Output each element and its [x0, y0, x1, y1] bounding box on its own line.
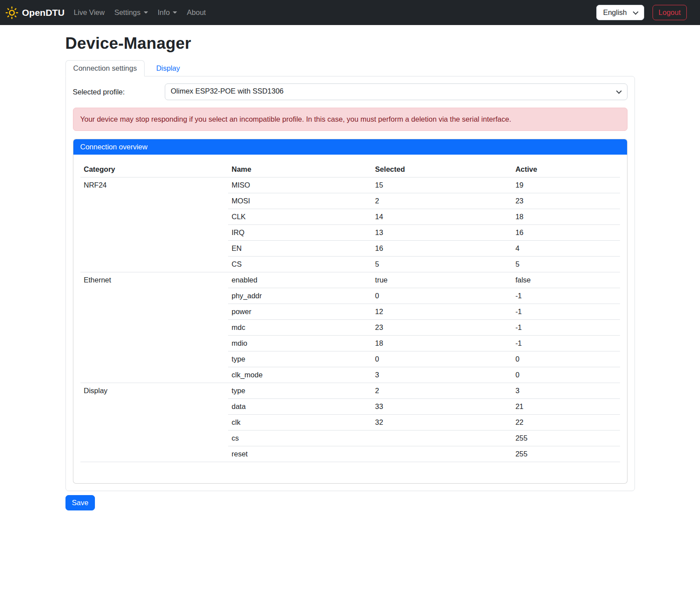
column-header-active: Active — [512, 162, 620, 177]
brand-link[interactable]: OpenDTU — [5, 6, 65, 19]
nav-live-view[interactable]: Live View — [70, 5, 108, 20]
nav-live-view-label: Live View — [74, 8, 105, 17]
active-cell: -1 — [512, 336, 620, 351]
language-selected-value: English — [603, 8, 627, 16]
profile-select[interactable]: Olimex ESP32-POE with SSD1306 — [165, 83, 627, 100]
name-cell: CLK — [228, 209, 372, 225]
sun-logo-icon — [5, 6, 18, 19]
save-button[interactable]: Save — [65, 495, 95, 510]
language-select[interactable]: English — [596, 5, 644, 20]
selected-cell: 0 — [372, 288, 512, 304]
name-cell: data — [228, 399, 372, 415]
nav-info-label: Info — [158, 8, 170, 17]
nav-info[interactable]: Info — [154, 5, 181, 20]
selected-cell: 18 — [372, 336, 512, 351]
active-cell: 255 — [512, 446, 620, 462]
category-cell: Display — [80, 383, 228, 462]
tab-connection-settings[interactable]: Connection settings — [65, 60, 145, 76]
column-header-name: Name — [228, 162, 372, 177]
name-cell: IRQ — [228, 225, 372, 241]
selected-cell: 2 — [372, 193, 512, 209]
selected-cell: 13 — [372, 225, 512, 241]
name-cell: enabled — [228, 272, 372, 288]
navbar: OpenDTU Live View Settings Info About En… — [0, 0, 700, 25]
nav-about[interactable]: About — [183, 5, 209, 20]
brand-title: OpenDTU — [22, 7, 65, 18]
page-container: Device-Manager Connection settings Displ… — [65, 34, 635, 510]
name-cell: EN — [228, 241, 372, 257]
name-cell: MISO — [228, 177, 372, 193]
active-cell: 23 — [512, 193, 620, 209]
selected-cell: 33 — [372, 399, 512, 415]
caret-down-icon — [173, 11, 177, 14]
name-cell: MOSI — [228, 193, 372, 209]
name-cell: phy_addr — [228, 288, 372, 304]
selected-cell: 0 — [372, 351, 512, 367]
nav-about-label: About — [187, 8, 206, 17]
connection-overview-card: Connection overview Category Name Select… — [73, 139, 627, 484]
active-cell: false — [512, 272, 620, 288]
category-cell: NRF24 — [80, 177, 228, 272]
name-cell: power — [228, 304, 372, 320]
active-cell: 5 — [512, 257, 620, 272]
active-cell: 21 — [512, 399, 620, 415]
incompatible-profile-alert: Your device may stop responding if you s… — [73, 108, 627, 131]
active-cell: 4 — [512, 241, 620, 257]
name-cell: clk_mode — [228, 367, 372, 383]
selected-cell: 5 — [372, 257, 512, 272]
connection-overview-header: Connection overview — [73, 139, 627, 155]
connection-overview-body: Category Name Selected Active NRF24MISO1… — [73, 155, 627, 483]
nav-settings-label: Settings — [114, 8, 141, 17]
active-cell: 19 — [512, 177, 620, 193]
connection-table-body: NRF24MISO1519MOSI223CLK1418IRQ1316EN164C… — [80, 177, 620, 462]
chevron-down-icon — [616, 88, 622, 94]
active-cell: 3 — [512, 383, 620, 399]
name-cell: cs — [228, 431, 372, 446]
chevron-down-icon — [633, 9, 638, 14]
table-row: Ethernetenabledtruefalse — [80, 272, 620, 288]
name-cell: mdio — [228, 336, 372, 351]
tab-display[interactable]: Display — [149, 61, 187, 76]
active-cell: -1 — [512, 288, 620, 304]
connection-table-head: Category Name Selected Active — [80, 162, 620, 177]
selected-cell: 2 — [372, 383, 512, 399]
selected-cell: 3 — [372, 367, 512, 383]
selected-cell — [372, 446, 512, 462]
selected-cell: 15 — [372, 177, 512, 193]
name-cell: CS — [228, 257, 372, 272]
connection-table: Category Name Selected Active NRF24MISO1… — [80, 162, 620, 462]
name-cell: type — [228, 351, 372, 367]
tab-content-panel: Selected profile: Olimex ESP32-POE with … — [65, 76, 635, 491]
column-header-category: Category — [80, 162, 228, 177]
name-cell: reset — [228, 446, 372, 462]
navbar-right: English Logout — [596, 5, 687, 20]
name-cell: type — [228, 383, 372, 399]
name-cell: mdc — [228, 320, 372, 336]
active-cell: 255 — [512, 431, 620, 446]
active-cell: 16 — [512, 225, 620, 241]
selected-cell: true — [372, 272, 512, 288]
active-cell: -1 — [512, 304, 620, 320]
nav-settings[interactable]: Settings — [111, 5, 152, 20]
caret-down-icon — [144, 11, 148, 14]
main-nav: Live View Settings Info About — [70, 5, 212, 20]
active-cell: 0 — [512, 367, 620, 383]
navbar-left: OpenDTU Live View Settings Info About — [5, 5, 212, 20]
table-row: Displaytype23 — [80, 383, 620, 399]
name-cell: clk — [228, 415, 372, 431]
profile-selected-value: Olimex ESP32-POE with SSD1306 — [171, 87, 284, 95]
active-cell: 0 — [512, 351, 620, 367]
column-header-selected: Selected — [372, 162, 512, 177]
selected-cell: 14 — [372, 209, 512, 225]
active-cell: -1 — [512, 320, 620, 336]
active-cell: 18 — [512, 209, 620, 225]
tab-bar: Connection settings Display — [65, 60, 635, 76]
logout-button[interactable]: Logout — [653, 5, 687, 20]
active-cell: 22 — [512, 415, 620, 431]
table-row: NRF24MISO1519 — [80, 177, 620, 193]
selected-cell: 12 — [372, 304, 512, 320]
category-cell: Ethernet — [80, 272, 228, 383]
selected-cell: 16 — [372, 241, 512, 257]
header-row: Category Name Selected Active — [80, 162, 620, 177]
page-title: Device-Manager — [65, 34, 635, 53]
